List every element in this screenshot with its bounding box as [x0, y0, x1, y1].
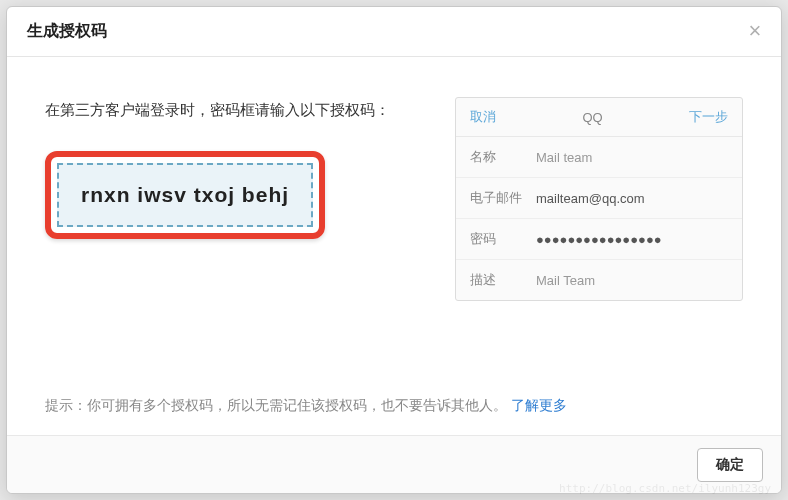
right-column: 取消 QQ 下一步 名称 Mail team 电子邮件 mailteam@qq.…	[455, 97, 743, 301]
dialog-header: 生成授权码 ×	[7, 7, 781, 57]
phone-label-desc: 描述	[470, 271, 536, 289]
body-top: 在第三方客户端登录时，密码框请输入以下授权码： rnxn iwsv txoj b…	[45, 97, 743, 301]
confirm-button[interactable]: 确定	[697, 448, 763, 482]
tip-text: 提示：你可拥有多个授权码，所以无需记住该授权码，也不要告诉其他人。	[45, 397, 507, 413]
phone-row-desc: 描述 Mail Team	[456, 260, 742, 300]
left-column: 在第三方客户端登录时，密码框请输入以下授权码： rnxn iwsv txoj b…	[45, 97, 425, 239]
phone-panel-header: 取消 QQ 下一步	[456, 98, 742, 137]
auth-code-box: rnxn iwsv txoj behj	[57, 163, 313, 227]
auth-code-dialog: 生成授权码 × 在第三方客户端登录时，密码框请输入以下授权码： rnxn iws…	[6, 6, 782, 494]
phone-value-password: ●●●●●●●●●●●●●●●●	[536, 232, 662, 247]
phone-label-name: 名称	[470, 148, 536, 166]
phone-value-desc: Mail Team	[536, 273, 595, 288]
code-highlight-frame: rnxn iwsv txoj behj	[45, 151, 325, 239]
tip-row: 提示：你可拥有多个授权码，所以无需记住该授权码，也不要告诉其他人。 了解更多	[45, 365, 743, 415]
phone-row-email: 电子邮件 mailteam@qq.com	[456, 178, 742, 219]
phone-title: QQ	[582, 110, 602, 125]
dialog-title: 生成授权码	[27, 21, 107, 42]
phone-cancel-button[interactable]: 取消	[470, 108, 496, 126]
dialog-footer: 确定	[7, 435, 781, 493]
phone-next-button[interactable]: 下一步	[689, 108, 728, 126]
phone-preview-panel: 取消 QQ 下一步 名称 Mail team 电子邮件 mailteam@qq.…	[455, 97, 743, 301]
phone-row-name: 名称 Mail team	[456, 137, 742, 178]
phone-label-password: 密码	[470, 230, 536, 248]
phone-row-password: 密码 ●●●●●●●●●●●●●●●●	[456, 219, 742, 260]
phone-label-email: 电子邮件	[470, 189, 536, 207]
instruction-text: 在第三方客户端登录时，密码框请输入以下授权码：	[45, 97, 425, 123]
learn-more-link[interactable]: 了解更多	[511, 397, 567, 413]
dialog-body: 在第三方客户端登录时，密码框请输入以下授权码： rnxn iwsv txoj b…	[7, 57, 781, 435]
phone-value-email: mailteam@qq.com	[536, 191, 645, 206]
close-icon[interactable]: ×	[745, 22, 765, 42]
phone-value-name: Mail team	[536, 150, 592, 165]
